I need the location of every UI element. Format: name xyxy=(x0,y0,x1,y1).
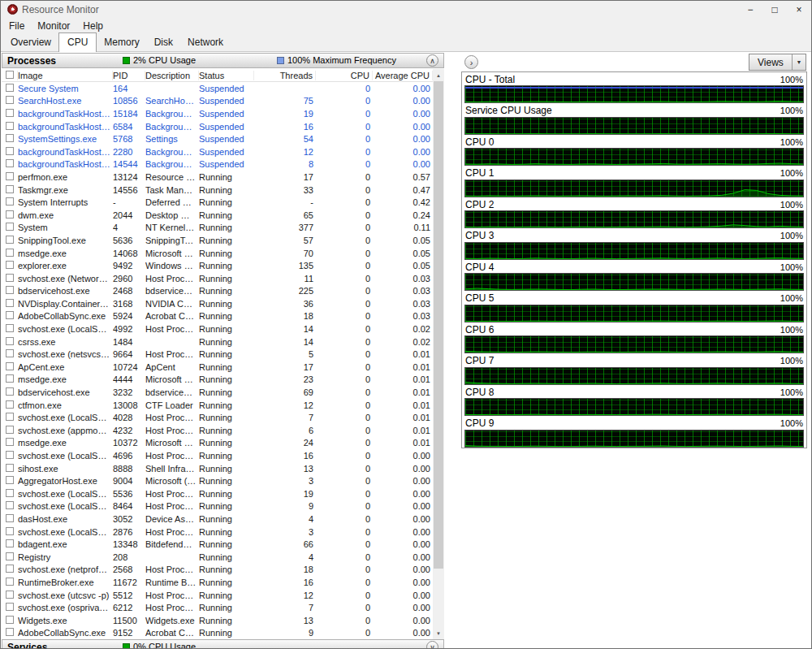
table-row[interactable]: dwm.exe2044Desktop Win...Running6500.24 xyxy=(2,209,433,222)
column-header-status[interactable]: Status xyxy=(199,71,254,80)
table-row[interactable]: csrss.exe1484Running1400.02 xyxy=(2,335,433,348)
tab-memory[interactable]: Memory xyxy=(97,34,146,51)
column-header-threads[interactable]: Threads xyxy=(254,71,316,80)
tab-cpu[interactable]: CPU xyxy=(58,32,97,52)
table-row[interactable]: svchost.exe (LocalService...5536Host Pro… xyxy=(2,487,433,500)
table-row[interactable]: backgroundTaskHost.exe15184Background T.… xyxy=(2,107,433,120)
table-row[interactable]: svchost.exe (netsvcs -p)9664Host Process… xyxy=(2,348,433,361)
table-row[interactable]: AdobeCollabSync.exe5924Acrobat Colla...R… xyxy=(2,310,433,323)
row-checkbox[interactable] xyxy=(6,299,14,307)
tab-network[interactable]: Network xyxy=(180,34,231,51)
row-checkbox[interactable] xyxy=(6,236,14,244)
row-checkbox[interactable] xyxy=(6,552,14,560)
table-row[interactable]: svchost.exe (LocalService...4992Host Pro… xyxy=(2,322,433,335)
table-row[interactable]: Widgets.exe11500Widgets.exeRunning1300.0… xyxy=(2,614,433,627)
table-row[interactable]: SnippingTool.exe5636SnippingTool...Runni… xyxy=(2,234,433,247)
row-checkbox[interactable] xyxy=(6,514,14,522)
column-header-average-cpu[interactable]: Average CPU xyxy=(373,71,433,80)
table-row[interactable]: bdservicehost.exe2468bdservicehostRunnin… xyxy=(2,285,433,298)
table-row[interactable]: explorer.exe9492Windows Expl...Running13… xyxy=(2,259,433,272)
row-checkbox[interactable] xyxy=(6,451,14,459)
row-checkbox[interactable] xyxy=(6,337,14,345)
expand-services-button[interactable]: ∨ xyxy=(426,641,438,649)
maximize-icon[interactable]: □ xyxy=(762,1,787,18)
row-checkbox[interactable] xyxy=(6,413,14,421)
collapse-processes-button[interactable]: ∧ xyxy=(426,54,438,67)
select-all-checkbox[interactable] xyxy=(6,71,14,79)
row-checkbox[interactable] xyxy=(6,476,14,484)
table-row[interactable]: svchost.exe (NetworkServi...2960Host Pro… xyxy=(2,272,433,285)
table-row[interactable]: svchost.exe (LocalService...2876Host Pro… xyxy=(2,526,433,539)
column-header-pid[interactable]: PID xyxy=(113,71,145,80)
table-row[interactable]: backgroundTaskHost.exe6584Background T..… xyxy=(2,120,433,133)
table-row[interactable]: svchost.exe (utcsvc -p)5512Host Process … xyxy=(2,589,433,602)
row-checkbox[interactable] xyxy=(6,172,14,180)
column-header-description[interactable]: Description xyxy=(145,71,199,80)
row-checkbox[interactable] xyxy=(6,185,14,193)
table-row[interactable]: SearchHost.exe10856SearchHost.e...Suspen… xyxy=(2,95,433,108)
table-row[interactable]: svchost.exe (LocalService...4028Host Pro… xyxy=(2,411,433,424)
row-checkbox[interactable] xyxy=(6,616,14,624)
table-row[interactable]: svchost.exe (LocalService...8464Host Pro… xyxy=(2,500,433,513)
title-bar[interactable]: Resource Monitor − □ × xyxy=(1,1,811,18)
column-header-cpu[interactable]: CPU xyxy=(316,71,373,80)
row-checkbox[interactable] xyxy=(6,197,14,206)
table-row[interactable]: backgroundTaskHost.exe14544Background T.… xyxy=(2,158,433,171)
table-row[interactable]: SystemSettings.exe5768SettingsSuspended5… xyxy=(2,132,433,145)
row-checkbox[interactable] xyxy=(6,527,14,535)
row-checkbox[interactable] xyxy=(6,274,14,282)
row-checkbox[interactable] xyxy=(6,223,14,231)
row-checkbox[interactable] xyxy=(6,159,14,167)
menu-file[interactable]: File xyxy=(2,19,31,33)
row-checkbox[interactable] xyxy=(6,438,14,446)
table-row[interactable]: msedge.exe14068Microsoft EdgeRunning7000… xyxy=(2,247,433,260)
table-row[interactable]: bdagent.exe13348Bitdefender a...Running6… xyxy=(2,538,433,551)
row-checkbox[interactable] xyxy=(6,286,14,294)
table-row[interactable]: ApCent.exe10724ApCentRunning1700.01 xyxy=(2,361,433,374)
minimize-icon[interactable]: − xyxy=(738,1,762,18)
views-button[interactable]: Views ▼ xyxy=(749,54,806,71)
row-checkbox[interactable] xyxy=(6,539,14,547)
row-checkbox[interactable] xyxy=(6,96,14,104)
table-row[interactable]: perfmon.exe13124Resource and...Running17… xyxy=(2,171,433,184)
row-checkbox[interactable] xyxy=(6,591,14,599)
row-checkbox[interactable] xyxy=(6,349,14,357)
row-checkbox[interactable] xyxy=(6,387,14,396)
table-row[interactable]: NVDisplay.Container.exe3168NVIDIA Conta.… xyxy=(2,297,433,310)
table-row[interactable]: svchost.exe (appmodel -p)4232Host Proces… xyxy=(2,424,433,437)
row-checkbox[interactable] xyxy=(6,400,14,409)
tab-disk[interactable]: Disk xyxy=(147,34,180,51)
table-row[interactable]: AdobeCollabSync.exe9152Acrobat Coll...Ru… xyxy=(2,627,433,639)
row-checkbox[interactable] xyxy=(6,109,14,117)
table-row[interactable]: sihost.exe8888Shell Infrastru...Running1… xyxy=(2,462,433,475)
tab-overview[interactable]: Overview xyxy=(3,34,58,51)
row-checkbox[interactable] xyxy=(6,147,14,155)
row-checkbox[interactable] xyxy=(6,426,14,434)
table-row[interactable]: Taskmgr.exe14556Task ManagerRunning3300.… xyxy=(2,184,433,197)
collapse-graph-panel-button[interactable]: › xyxy=(464,55,478,69)
scroll-up-icon[interactable]: ▲ xyxy=(433,69,444,81)
row-checkbox[interactable] xyxy=(6,374,14,383)
row-checkbox[interactable] xyxy=(6,324,14,332)
table-row[interactable]: svchost.exe (LocalSystem...4696Host Proc… xyxy=(2,449,433,462)
row-checkbox[interactable] xyxy=(6,578,14,586)
table-row[interactable]: System Interrupts-Deferred Pro...Running… xyxy=(2,196,433,209)
table-row[interactable]: backgroundTaskHost.exe2280Background T..… xyxy=(2,145,433,158)
process-table-scrollbar[interactable]: ▲ ▼ xyxy=(433,69,444,639)
row-checkbox[interactable] xyxy=(6,134,14,142)
row-checkbox[interactable] xyxy=(6,464,14,472)
table-row[interactable]: bdservicehost.exe3232bdservicehostRunnin… xyxy=(2,386,433,399)
row-checkbox[interactable] xyxy=(6,249,14,257)
table-row[interactable]: svchost.exe (netprofm -p)2568Host Proces… xyxy=(2,564,433,577)
row-checkbox[interactable] xyxy=(6,311,14,319)
row-checkbox[interactable] xyxy=(6,603,14,611)
table-row[interactable]: System4NT Kernel & ...Running37700.11 xyxy=(2,222,433,235)
table-row[interactable]: dasHost.exe3052Device Associ...Running40… xyxy=(2,513,433,526)
table-row[interactable]: msedge.exe10372Microsoft EdgeRunning2400… xyxy=(2,437,433,450)
table-row[interactable]: RuntimeBroker.exe11672Runtime Brok...Run… xyxy=(2,576,433,589)
views-dropdown-arrow-icon[interactable]: ▼ xyxy=(792,54,806,70)
row-checkbox[interactable] xyxy=(6,261,14,269)
row-checkbox[interactable] xyxy=(6,501,14,509)
row-checkbox[interactable] xyxy=(6,210,14,218)
row-checkbox[interactable] xyxy=(6,84,14,92)
